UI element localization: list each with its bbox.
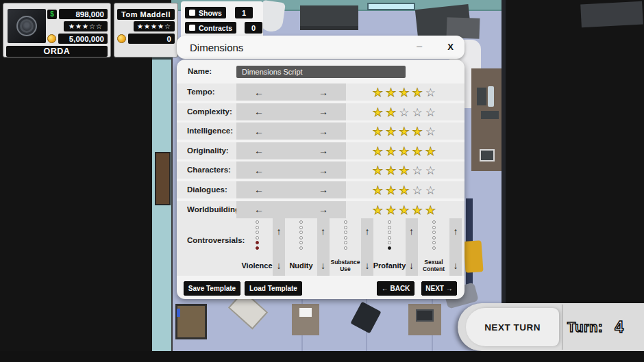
decrease-arrow-button[interactable]: ← <box>254 205 264 214</box>
close-button[interactable]: X <box>447 42 454 52</box>
next-button[interactable]: NEXT → <box>421 281 457 296</box>
load-template-button[interactable]: Load Template <box>245 281 302 296</box>
dots-column <box>378 220 401 250</box>
next-turn-button[interactable]: NEXT TURN <box>466 308 559 346</box>
controversial-group: Violence↑↓ <box>236 218 285 276</box>
increase-arrow-button[interactable]: → <box>319 88 328 97</box>
level-dot-icon <box>388 236 391 240</box>
dialog-titlebar[interactable]: Dimensions _ X <box>177 36 465 59</box>
level-dot-icon <box>388 231 391 234</box>
level-dot-icon <box>432 226 436 229</box>
star-icon: ★ <box>373 106 386 119</box>
increase-arrow-button[interactable]: → <box>319 146 328 155</box>
arrow-strip-vertical: ↑↓ <box>449 218 462 276</box>
decrease-arrow-button[interactable]: ← <box>254 166 264 175</box>
increase-arrow-button[interactable]: → <box>319 205 328 214</box>
decrease-arrow-button[interactable]: ← <box>254 127 264 136</box>
dots-column <box>245 220 269 250</box>
level-dot-icon <box>299 226 303 229</box>
decrease-arrow-button[interactable]: ← <box>254 88 264 97</box>
increase-arrow-button[interactable]: → <box>319 185 328 194</box>
decrease-arrow-button[interactable]: ← <box>254 146 264 155</box>
level-dot-icon <box>344 231 347 234</box>
star-icon: ★ <box>399 164 412 177</box>
star-icon: ☆ <box>425 86 438 99</box>
attribute-row: Tempo:←→★★★★☆ <box>177 83 465 101</box>
arrow-strip: ←→ <box>236 201 346 218</box>
attribute-label: Complexity: <box>187 107 232 116</box>
checkbox-icon[interactable] <box>189 25 195 31</box>
minimize-button[interactable]: _ <box>417 37 422 48</box>
decrease-arrow-button[interactable]: ↓ <box>454 261 458 270</box>
scene-door <box>155 152 171 205</box>
letterbox-bar <box>0 351 644 362</box>
star-icon: ★ <box>412 145 425 158</box>
player-money: 898,000 <box>59 9 108 19</box>
arrow-strip: ←→ <box>236 161 346 179</box>
star-icon: ★ <box>373 164 386 177</box>
script-name-input[interactable] <box>236 66 406 78</box>
increase-arrow-button[interactable]: → <box>319 166 328 175</box>
scene-window <box>367 3 415 10</box>
back-button[interactable]: ← BACK <box>377 281 414 296</box>
level-dot-icon <box>256 236 259 240</box>
decrease-arrow-button[interactable]: ← <box>254 107 264 116</box>
rival-stars: ★★★★☆ <box>134 21 175 31</box>
star-icon: ★ <box>386 106 399 119</box>
decrease-arrow-button[interactable]: ← <box>254 185 264 194</box>
level-dot-icon <box>388 226 391 229</box>
star-rating: ★★★★☆ <box>373 86 438 100</box>
star-icon: ☆ <box>412 184 425 197</box>
level-dot-icon <box>299 220 303 224</box>
star-icon: ★ <box>412 86 425 99</box>
increase-arrow-button[interactable]: → <box>319 107 328 116</box>
rival-name: Tom Maddell <box>117 9 175 20</box>
attribute-label: Originality: <box>187 146 229 155</box>
dialog-buttons: Save Template Load Template ← BACK NEXT … <box>177 281 465 296</box>
level-dot-icon <box>299 236 303 240</box>
scene-wall-cabinet <box>471 68 501 171</box>
star-icon: ★ <box>399 86 412 99</box>
increase-arrow-button[interactable]: ↑ <box>454 227 458 236</box>
controversial-group: Sexual Content↑↓ <box>413 218 462 276</box>
coin-icon <box>117 34 126 43</box>
star-icon: ★ <box>373 204 386 217</box>
lens-icon <box>16 16 37 36</box>
scene-desk <box>300 5 358 30</box>
level-dot-icon <box>344 241 347 244</box>
star-icon: ★ <box>386 164 399 177</box>
controversial-label: Violence <box>241 261 272 270</box>
level-dot-icon <box>299 246 303 250</box>
level-dot-icon <box>256 226 259 229</box>
name-label: Name: <box>188 67 212 75</box>
level-dot-icon <box>256 231 259 234</box>
shows-count: 1 <box>235 7 253 18</box>
dots-column <box>334 220 357 250</box>
scene-desk <box>175 304 207 339</box>
shows-toggle[interactable]: Shows <box>185 7 226 18</box>
player-coins: 5,000,000 <box>58 34 108 44</box>
player-name: ORDA <box>6 46 108 57</box>
star-icon: ☆ <box>412 164 425 177</box>
star-rating: ★★☆☆☆ <box>373 105 438 120</box>
controversial-label: Substance Use <box>330 259 361 273</box>
rival-coins: 0 <box>128 34 175 44</box>
controversial-label: Sexual Content <box>418 259 449 273</box>
save-template-button[interactable]: Save Template <box>184 281 240 296</box>
checkbox-icon[interactable] <box>189 10 195 16</box>
level-dot-icon <box>432 220 436 224</box>
dialog-title: Dimensions <box>190 42 243 53</box>
contracts-toggle[interactable]: Contracts <box>185 22 236 34</box>
arrow-strip: ←→ <box>236 122 346 140</box>
star-icon: ☆ <box>425 106 438 119</box>
star-icon: ☆ <box>425 125 438 138</box>
player-panel: $ 898,000 ★★★☆☆ 5,000,000 ORDA <box>3 3 111 57</box>
level-dot-icon <box>344 220 347 224</box>
studio-logo <box>8 9 46 43</box>
level-dot-icon <box>432 241 436 244</box>
star-icon: ★ <box>425 145 438 158</box>
attribute-label: Worldbuilding: <box>187 205 243 214</box>
star-icon: ★ <box>373 145 386 158</box>
star-icon: ☆ <box>425 164 438 177</box>
increase-arrow-button[interactable]: → <box>319 127 328 136</box>
